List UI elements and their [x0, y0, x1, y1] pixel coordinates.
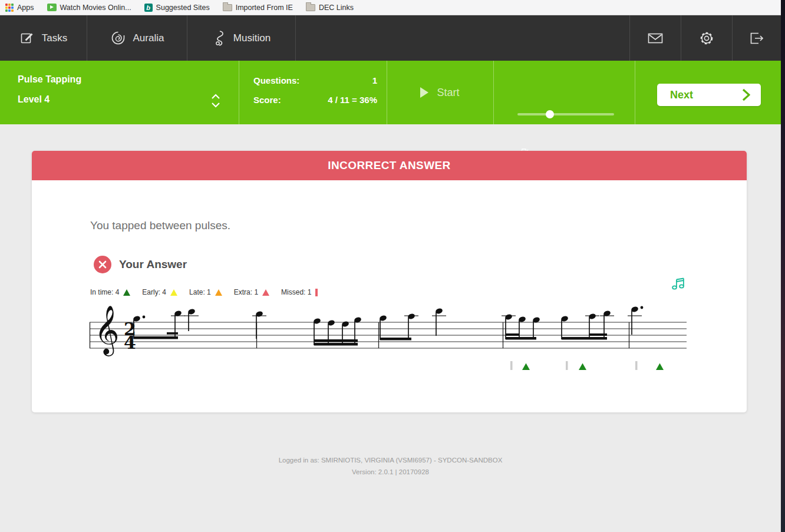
exercise-title: Pulse Tapping [18, 74, 81, 85]
early-triangle-icon [170, 289, 177, 296]
bing-icon: b [144, 4, 153, 12]
svg-text:𝄞: 𝄞 [94, 305, 120, 356]
footer: Logged in as: SMIRNIOTIS, VIRGINIA (VSMI… [0, 457, 781, 475]
legend-label: In time: 4 [90, 288, 119, 296]
legend-label: Early: 4 [142, 288, 166, 296]
level-selector[interactable]: Level 4 [18, 94, 50, 105]
chevron-right-icon [742, 88, 750, 101]
toolbar-divider [239, 61, 239, 124]
questions-value: 1 [301, 75, 377, 85]
auralia-icon [110, 30, 126, 46]
tab-label: Tasks [42, 32, 67, 44]
mail-icon [647, 31, 664, 45]
nav-spacer [296, 15, 629, 61]
svg-text:4: 4 [124, 332, 136, 353]
music-notation: 𝄞24 [90, 305, 688, 371]
tempo-slider-handle[interactable] [546, 110, 554, 118]
settings-button[interactable] [681, 15, 732, 61]
feedback-message: You tapped between pulses. [90, 219, 230, 232]
gear-icon [698, 30, 715, 47]
desktop-edge-strip [781, 0, 785, 532]
bookmark-label: Suggested Sites [156, 4, 210, 12]
next-label: Next [670, 89, 693, 101]
app-navbar: Tasks Auralia Musition [0, 15, 781, 61]
video-icon [47, 4, 57, 11]
logout-button[interactable] [732, 15, 781, 61]
missed-bar-icon [315, 289, 318, 296]
start-button[interactable]: Start [387, 61, 493, 124]
logged-in-text: Logged in as: SMIRNIOTIS, VIRGINIA (VSMI… [0, 457, 781, 464]
your-answer-heading: Your Answer [119, 258, 187, 271]
incorrect-answer-banner: INCORRECT ANSWER [32, 151, 747, 180]
questions-label: Questions: [253, 75, 299, 85]
bookmark-imported-from-ie[interactable]: Imported From IE [223, 4, 293, 12]
bookmarks-bar: Apps Watch Movies Onlin... b Suggested S… [0, 0, 781, 15]
bookmark-dec-links[interactable]: DEC Links [306, 4, 354, 12]
legend-item-late: Late: 1 [189, 288, 222, 296]
legend-item-missed: Missed: 1 [281, 288, 318, 296]
in-time-triangle-icon [123, 289, 130, 296]
legend-item-in-time: In time: 4 [90, 288, 130, 296]
tab-label: Auralia [133, 32, 164, 44]
score-value: 4 / 11 = 36% [301, 95, 377, 105]
staff-svg: 𝄞24 [90, 305, 688, 371]
bookmark-suggested-sites[interactable]: b Suggested Sites [144, 4, 210, 12]
legend-label: Late: 1 [189, 288, 211, 296]
musition-icon [212, 30, 226, 47]
tab-tasks[interactable]: Tasks [0, 15, 87, 61]
your-answer-row: Your Answer [94, 256, 187, 273]
legend-label: Extra: 1 [234, 288, 258, 296]
result-card: INCORRECT ANSWER You tapped between puls… [32, 151, 747, 412]
tap-legend: In time: 4 Early: 4 Late: 1 Extra: 1 Mis… [90, 288, 329, 296]
bookmark-label: Watch Movies Onlin... [60, 4, 131, 12]
tab-label: Musition [233, 32, 271, 44]
bookmark-label: Imported From IE [236, 4, 293, 12]
toolbar-divider [493, 61, 494, 124]
play-icon [420, 87, 428, 98]
version-text: Version: 2.0.1 | 20170928 [0, 468, 781, 475]
logout-icon [748, 31, 765, 46]
legend-label: Missed: 1 [281, 288, 311, 296]
level-stepper[interactable] [210, 93, 221, 111]
music-note-icon [671, 275, 686, 293]
bookmark-apps[interactable]: Apps [5, 4, 34, 12]
extra-triangle-icon [262, 289, 269, 296]
exercise-toolbar: Pulse Tapping Level 4 Questions: 1 Score… [0, 61, 781, 124]
legend-item-early: Early: 4 [142, 288, 177, 296]
mail-button[interactable] [629, 15, 681, 61]
apps-grid-icon [5, 4, 14, 12]
toolbar-divider [635, 61, 635, 124]
folder-icon [223, 4, 232, 11]
bookmark-label: Apps [17, 4, 34, 12]
tempo-slider[interactable] [517, 110, 614, 118]
score-label: Score: [253, 95, 281, 105]
next-button[interactable]: Next [657, 84, 761, 106]
tab-auralia[interactable]: Auralia [87, 15, 187, 61]
bookmark-watch-movies[interactable]: Watch Movies Onlin... [47, 4, 131, 12]
start-label: Start [437, 87, 459, 99]
chevron-up-down-icon [210, 93, 221, 108]
tempo-slider-track[interactable] [517, 113, 614, 115]
tasks-icon [19, 31, 35, 46]
app-window: Apps Watch Movies Onlin... b Suggested S… [0, 0, 785, 532]
tab-musition[interactable]: Musition [187, 15, 296, 61]
folder-icon [306, 4, 315, 11]
incorrect-x-icon [94, 256, 111, 273]
bookmark-label: DEC Links [319, 4, 354, 12]
late-triangle-icon [215, 289, 222, 296]
legend-item-extra: Extra: 1 [234, 288, 269, 296]
